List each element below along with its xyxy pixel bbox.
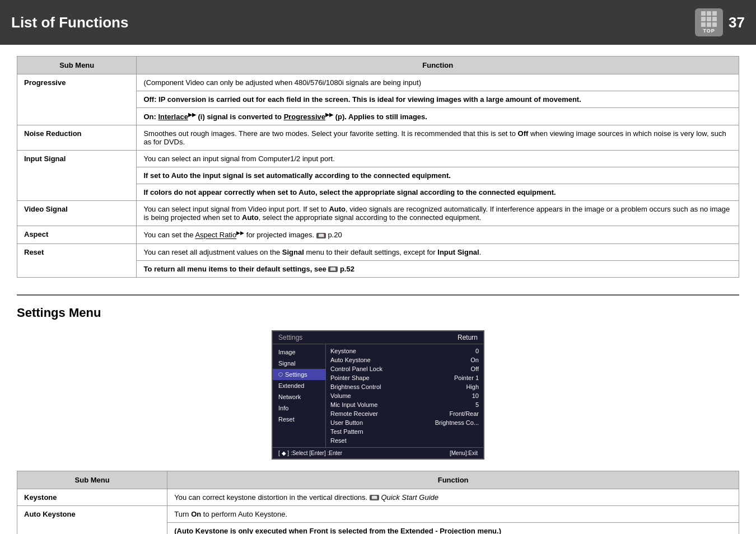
first-table-submenu-1: Noise Reduction bbox=[17, 125, 137, 151]
first-table-function-5-1: To return all menu items to their defaul… bbox=[137, 260, 739, 277]
menu-left-panel: Image Signal Settings Extended Network I… bbox=[273, 344, 326, 447]
main-content: Sub Menu Function Progressive(Component … bbox=[0, 45, 756, 534]
first-table-function-0-0: (Component Video can only be adjusted wh… bbox=[137, 74, 739, 91]
first-table-function-1-0: Smoothes out rough images. There are two… bbox=[137, 125, 739, 151]
first-table: Sub Menu Function Progressive(Component … bbox=[17, 56, 739, 278]
first-table-submenu-5: Reset bbox=[17, 243, 137, 277]
menu-tab-extended[interactable]: Extended bbox=[273, 380, 325, 391]
first-table-submenu-4: Aspect bbox=[17, 226, 137, 243]
first-table-submenu-2: Input Signal bbox=[17, 151, 137, 201]
menu-tab-info[interactable]: Info bbox=[273, 402, 325, 414]
menu-row-remote-receiver: Remote ReceiverFront/Rear bbox=[330, 409, 479, 418]
second-table-submenu-0: Keystone bbox=[17, 489, 167, 505]
menu-screenshot: Settings Return Image Signal Settings Ex… bbox=[17, 330, 739, 460]
menu-active-tab: Settings bbox=[278, 334, 302, 341]
first-table-submenu-0: Progressive bbox=[17, 74, 137, 125]
menu-footer: [ ◆ ] :Select [Enter] :Enter [Menu]:Exit bbox=[273, 447, 483, 458]
menu-return-label: Return bbox=[458, 334, 478, 341]
icon-grid bbox=[701, 11, 717, 27]
menu-right-panel: Keystone0 Auto KeystoneOn Control Panel … bbox=[326, 344, 483, 447]
second-table-function-1-0: Turn On to perform Auto Keystone. bbox=[167, 505, 739, 522]
menu-tab-signal[interactable]: Signal bbox=[273, 358, 325, 369]
menu-footer-left: [ ◆ ] :Select [Enter] :Enter bbox=[278, 450, 342, 456]
first-table-function-2-1: If set to Auto the input signal is set a… bbox=[137, 167, 739, 184]
first-table-function-0-2: On: Interlace▶▶ (i) signal is converted … bbox=[137, 108, 739, 125]
menu-row-user-button: User ButtonBrightness Co... bbox=[330, 418, 479, 427]
menu-row-volume: Volume10 bbox=[330, 391, 479, 400]
page-number: 37 bbox=[729, 14, 745, 31]
menu-body: Image Signal Settings Extended Network I… bbox=[273, 344, 483, 447]
menu-box: Settings Return Image Signal Settings Ex… bbox=[272, 330, 484, 460]
first-table-function-4-0: You can set the Aspect Ratio▶▶ for proje… bbox=[137, 226, 739, 243]
menu-row-brightness-control: Brightness ControlHigh bbox=[330, 382, 479, 391]
menu-header: Settings Return bbox=[273, 331, 483, 344]
first-table-function-2-0: You can select an input signal from Comp… bbox=[137, 151, 739, 167]
menu-row-keystone: Keystone0 bbox=[330, 346, 479, 355]
top-icon: TOP bbox=[695, 8, 723, 36]
menu-footer-right: [Menu]:Exit bbox=[450, 450, 478, 456]
second-table-function-1-1: (Auto Keystone is only executed when Fro… bbox=[167, 522, 739, 534]
settings-section-title: Settings Menu bbox=[17, 294, 739, 320]
menu-row-test-pattern: Test Pattern bbox=[330, 427, 479, 436]
first-table-function-5-0: You can reset all adjustment values on t… bbox=[137, 243, 739, 260]
second-table-col1-header: Sub Menu bbox=[17, 471, 167, 489]
page-header: List of Functions TOP 37 bbox=[0, 0, 756, 45]
menu-row-reset: Reset bbox=[330, 436, 479, 445]
active-bullet bbox=[278, 372, 283, 377]
menu-row-pointer-shape: Pointer ShapePointer 1 bbox=[330, 373, 479, 382]
menu-tab-settings[interactable]: Settings bbox=[273, 369, 325, 380]
page-title: List of Functions bbox=[11, 14, 128, 31]
first-table-col1-header: Sub Menu bbox=[17, 57, 137, 74]
first-table-function-2-2: If colors do not appear correctly when s… bbox=[137, 184, 739, 201]
second-table-function-0-0: You can correct keystone distortion in t… bbox=[167, 489, 739, 505]
menu-row-auto-keystone: Auto KeystoneOn bbox=[330, 355, 479, 364]
top-label: TOP bbox=[703, 28, 715, 34]
menu-row-control-panel-lock: Control Panel LockOff bbox=[330, 364, 479, 373]
menu-tab-image[interactable]: Image bbox=[273, 346, 325, 358]
header-right: TOP 37 bbox=[695, 8, 745, 36]
second-table-col2-header: Function bbox=[167, 471, 739, 489]
first-table-submenu-3: Video Signal bbox=[17, 201, 137, 226]
first-table-col2-header: Function bbox=[137, 57, 739, 74]
second-table-submenu-1: Auto Keystone bbox=[17, 505, 167, 534]
second-table: Sub Menu Function KeystoneYou can correc… bbox=[17, 471, 739, 534]
menu-tab-reset[interactable]: Reset bbox=[273, 414, 325, 425]
menu-tab-network[interactable]: Network bbox=[273, 391, 325, 402]
first-table-function-0-1: Off: IP conversion is carried out for ea… bbox=[137, 91, 739, 108]
menu-row-mic-volume: Mic Input Volume5 bbox=[330, 400, 479, 409]
first-table-function-3-0: You can select input signal from Video i… bbox=[137, 201, 739, 226]
